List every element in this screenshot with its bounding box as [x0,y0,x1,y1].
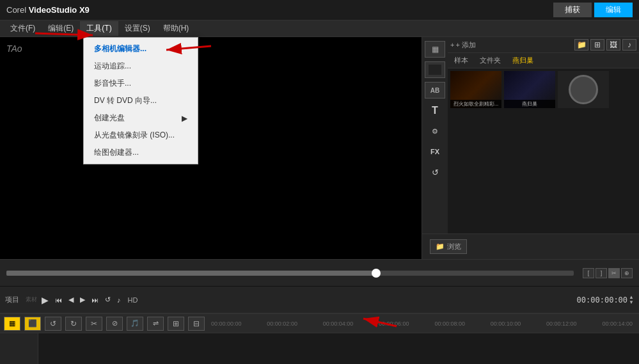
subtitle-icon-btn[interactable] [425,61,445,78]
right-panel: ▦ AB T ⚙ FX [422,37,639,259]
audio-icon-btn[interactable]: ↺ [425,164,445,180]
copy-btn[interactable]: ⊕ [621,268,633,278]
film-icon-btn[interactable]: ▦ [425,41,445,58]
tab-folder[interactable]: 文件夹 [476,54,505,67]
menu-item-disc-image[interactable]: 从光盘镜像刻录 (ISO)... [84,127,198,144]
menu-item-multicam[interactable]: 多相机编辑器... [84,40,198,58]
thumb-item[interactable]: 燕归巢 [504,71,555,108]
cut-btn[interactable]: ✂ [608,268,620,278]
browse-area: 📁 浏览 [422,233,639,259]
music-icon-btn[interactable]: ♪ [622,39,636,51]
menu-bar: 文件(F) 编辑(E) 工具(T) 设置(S) 帮助(H) [0,20,639,37]
folder-icon: 📁 [577,40,587,49]
menu-tools[interactable]: 工具(T) [80,21,118,36]
ruler-mark: 00:00:10:00 [491,320,521,327]
scrub-fill [6,271,375,276]
tl-sub-btn[interactable]: ⬛ [24,317,41,331]
menu-item-paint-creator[interactable]: 绘图创建器... [84,144,198,161]
icon-bar: ▦ AB T ⚙ FX [422,37,448,233]
tl-mosaic-btn[interactable]: ⊞ [168,317,184,331]
ruler-mark: 00:00:12:00 [546,320,577,327]
folder-icon-btn[interactable]: 📁 [574,39,588,51]
transport-controls: [ ] ✂ ⊕ [583,268,633,278]
vinyl-icon [569,75,598,104]
player-bar: [ ] ✂ ⊕ [0,259,639,286]
menu-edit[interactable]: 编辑(E) [42,21,80,36]
image-icon-btn[interactable]: 🖼 [606,39,620,51]
ruler-mark: 00:00:04:00 [323,320,354,327]
content-area: + + 添加 📁 ⊞ 🖼 [448,37,639,233]
menu-item-dv-dvd[interactable]: DV 转 DVD 向导... [84,92,198,109]
tl-film-btn[interactable]: ▦ [4,317,20,331]
track-labels [0,333,38,364]
ruler-mark: 00:00:00:00 [211,320,242,327]
ruler-mark: 00:00:08:00 [434,320,465,327]
menu-item-motion-track[interactable]: 运动追踪... [84,58,198,75]
timecode-arrows[interactable]: ▲ ▼ [629,295,634,305]
ruler-mark: 00:00:02:00 [267,320,297,327]
audio-icon: ↺ [432,168,439,177]
timeline-toolbar: ▦ ⬛ ↺ ↻ ✂ ⊘ 🎵 ⇌ ⊞ ⊟ 00:00:00:00 00:00:02… [0,314,639,333]
app-logo: Corel VideoStudio X9 [6,5,90,15]
audio-btn[interactable]: ♪ [115,295,123,305]
rewind-btn[interactable]: ◀ [67,294,75,305]
edit-button[interactable]: 编辑 [594,3,633,17]
loop-btn[interactable]: ↺ [103,294,113,305]
menu-item-create-disc[interactable]: 创建光盘 ▶ [84,109,198,127]
tab-yanjuchao[interactable]: 燕归巢 [509,54,537,67]
menu-settings[interactable]: 设置(S) [118,21,157,36]
menu-item-quick-movie[interactable]: 影音快手... [84,75,198,92]
capture-button[interactable]: 捕获 [553,3,592,17]
preview-area: TAo [0,37,422,259]
timeline-section: ▦ ⬛ ↺ ↻ ✂ ⊘ 🎵 ⇌ ⊞ ⊟ 00:00:00:00 00:00:02… [0,313,639,364]
grid-icon: ⊞ [594,40,601,49]
scrub-handle[interactable] [372,269,381,278]
text-icon-btn[interactable]: T [425,102,445,119]
forward-btn[interactable]: ▶ [78,294,87,305]
menu-help[interactable]: 帮助(H) [157,21,196,36]
track-content [38,333,639,364]
thumbs-area: 烈火如歌全剧精彩... 燕归巢 [448,68,639,233]
next-frame-btn[interactable]: ⏭ [90,295,100,305]
add-button[interactable]: + + 添加 [450,40,476,50]
timeline-ruler: 00:00:00:00 00:00:02:00 00:00:04:00 00:0… [209,320,635,327]
ab-icon: AB [430,87,439,94]
file-tabs: 样本 文件夹 燕归巢 [448,53,639,68]
right-panel-top: ▦ AB T ⚙ FX [422,37,639,233]
fx-icon-btn[interactable]: ⚙ [425,123,445,139]
ab-icon-btn[interactable]: AB [425,82,445,99]
material-label: 素材 [26,296,37,304]
ruler-mark: 00:00:06:00 [379,320,409,327]
tl-music-btn[interactable]: 🎵 [127,317,143,331]
top-bar-icons: 📁 ⊞ 🖼 ♪ [574,39,636,51]
fxtext-icon-btn[interactable]: FX [425,143,445,160]
tl-cut-btn[interactable]: ✂ [86,317,102,331]
timeline-tracks [0,333,639,364]
project-label: 项目 [5,295,19,305]
tab-sample[interactable]: 样本 [450,54,472,67]
fx-icon: ⚙ [432,127,438,136]
thumb-item[interactable]: 烈火如歌全剧精彩... [450,71,501,108]
prev-frame-btn[interactable]: ⏮ [53,295,64,305]
tl-swap-btn[interactable]: ⇌ [147,317,164,331]
tl-undo-btn[interactable]: ↺ [45,317,61,331]
play-btn[interactable]: ▶ [40,294,51,306]
tl-redo-btn[interactable]: ↻ [65,317,82,331]
mark-in-btn[interactable]: [ [583,268,594,278]
thumb-circle[interactable] [558,71,609,108]
browse-button[interactable]: 📁 浏览 [430,239,467,254]
grid-icon-btn[interactable]: ⊞ [590,39,604,51]
mark-out-btn[interactable]: ] [596,268,607,278]
hd-label: HD [128,296,138,304]
title-buttons: 捕获 编辑 [553,3,633,17]
menu-file[interactable]: 文件(F) [4,21,42,36]
tools-dropdown: 多相机编辑器... 运动追踪... 影音快手... DV 转 DVD 向导...… [83,37,198,164]
tl-grid-btn[interactable]: ⊟ [188,317,205,331]
scrub-bar[interactable] [6,271,574,276]
tl-wave-btn[interactable]: ⊘ [106,317,123,331]
image-icon: 🖼 [610,40,617,49]
title-bar: Corel VideoStudio X9 捕获 编辑 [0,0,639,20]
text-icon: T [432,105,438,116]
fxtext-icon: FX [430,148,439,155]
subtitle-icon [429,65,441,75]
